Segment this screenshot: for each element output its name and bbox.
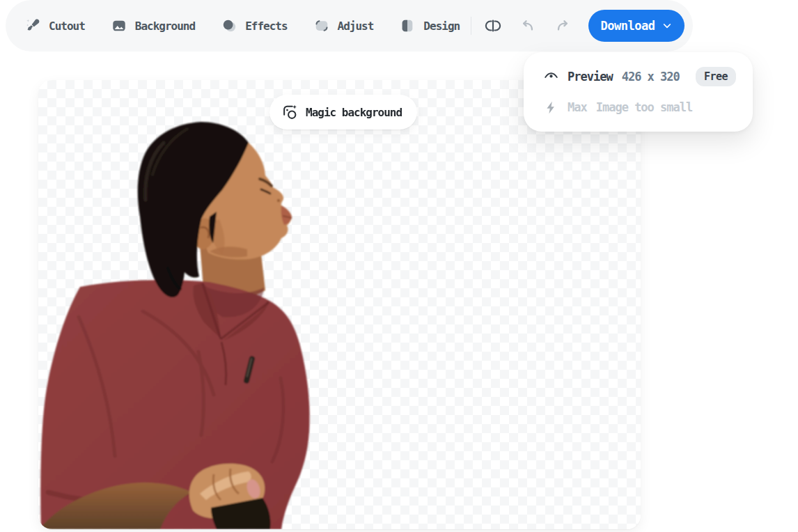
tab-label: Effects [245, 19, 287, 33]
tab-effects[interactable]: Effects [221, 18, 287, 33]
tab-adjust[interactable]: Adjust [314, 18, 374, 33]
menu-item-dimensions: 426 x 320 [622, 70, 680, 84]
magic-background-button[interactable]: Magic background [269, 95, 417, 130]
toolbar-tabs: Cutout Background Effe [25, 18, 460, 33]
compare-icon [485, 17, 501, 34]
magic-brush-icon [25, 18, 40, 33]
undo-arrow-icon [519, 17, 536, 34]
split-panel-icon [400, 18, 415, 33]
download-label: Download [601, 19, 655, 33]
tab-design[interactable]: Design [400, 18, 460, 33]
subject-image [38, 80, 641, 529]
chevron-down-icon [662, 20, 673, 31]
tab-label: Cutout [49, 19, 85, 33]
menu-item-max[interactable]: Max Image too small [524, 92, 753, 123]
canvas[interactable]: Magic background [38, 80, 641, 529]
tab-label: Background [135, 19, 195, 33]
rounded-frame-icon [314, 18, 329, 33]
menu-item-status: Image too small [596, 100, 693, 114]
tab-label: Adjust [338, 19, 374, 33]
toolbar: Cutout Background Effe [6, 0, 693, 52]
image-icon [111, 18, 127, 33]
overlap-circles-icon [221, 18, 237, 33]
menu-item-label: Max [568, 100, 587, 114]
menu-item-label: Preview [568, 70, 613, 84]
download-menu: Preview 426 x 320 Free Max Image too sma… [524, 52, 753, 132]
tab-label: Design [423, 19, 460, 33]
toolbar-divider [471, 17, 471, 35]
download-button[interactable]: Download [588, 10, 684, 42]
magic-replace-icon [281, 104, 298, 120]
tab-background[interactable]: Background [111, 18, 195, 33]
bolt-icon [544, 100, 558, 115]
menu-item-preview[interactable]: Preview 426 x 320 Free [524, 61, 753, 92]
free-badge: Free [696, 67, 736, 86]
magic-background-label: Magic background [306, 106, 402, 119]
undo-button[interactable] [519, 17, 537, 35]
app: Cutout Background Effe [0, 0, 798, 532]
tab-cutout[interactable]: Cutout [25, 18, 85, 33]
eye-icon [544, 70, 558, 84]
redo-arrow-icon [554, 17, 571, 34]
compare-button[interactable] [484, 17, 502, 35]
redo-button[interactable] [554, 17, 572, 35]
